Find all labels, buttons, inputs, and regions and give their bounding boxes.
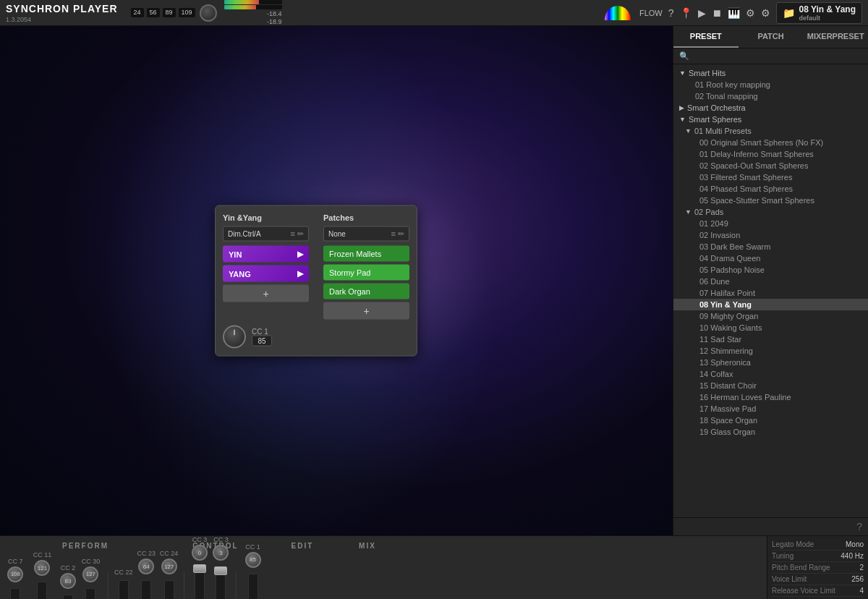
- tab-patch[interactable]: PATCH: [739, 26, 804, 48]
- fader-release: CC 23 64 Release: [135, 550, 156, 599]
- tree-item-tonal[interactable]: 02 Tonal mapping: [673, 90, 868, 102]
- patch-dark-organ[interactable]: Dark Organ: [323, 284, 409, 300]
- settings-icon[interactable]: ⚙: [761, 7, 770, 19]
- arrow-smart-spheres: ▼: [679, 116, 686, 123]
- tab-mixerpreset[interactable]: MIXERPRESET: [803, 26, 868, 48]
- fader-vel-xf: CC 2 83 Vel.XF: [59, 564, 77, 599]
- fader-thumb-mix-yang[interactable]: [214, 566, 227, 575]
- modal-dropdown-2[interactable]: None ≡ ✏: [323, 226, 409, 242]
- fader-knob-0[interactable]: 0: [192, 545, 208, 561]
- fader-knob-108[interactable]: 108: [7, 566, 23, 582]
- yang-arrow: ▶: [297, 269, 303, 279]
- patch-frozen-mallets[interactable]: Frozen Mallets: [323, 246, 409, 262]
- tree-item-invasion[interactable]: 02 Invasion: [673, 229, 868, 241]
- add-patch-button[interactable]: +: [323, 302, 409, 320]
- tree-item-herman[interactable]: 16 Herman Loves Pauline: [673, 391, 868, 403]
- tree-item-sad[interactable]: 11 Sad Star: [673, 334, 868, 345]
- tree-item-space-stutter[interactable]: 05 Space-Stutter Smart Spheres: [673, 195, 868, 206]
- tree-item-dark-bee[interactable]: 03 Dark Bee Swarm: [673, 241, 868, 252]
- tree-item-massive[interactable]: 17 Massive Pad: [673, 403, 868, 415]
- modal-dropdown-1[interactable]: Dim.Ctrl/A ≡ ✏: [223, 226, 309, 242]
- tree-group-smart-spheres[interactable]: ▼ Smart Spheres: [673, 114, 868, 125]
- tree-item-padshop[interactable]: 05 Padshop Noise: [673, 264, 868, 276]
- tree-item-spaced[interactable]: 02 Spaced-Out Smart Spheres: [673, 160, 868, 171]
- tuning-label: Tuning: [772, 552, 793, 560]
- info-row-pitch-bend: Pitch Bend Range 2: [772, 562, 864, 574]
- fader-knob-3[interactable]: 3: [213, 545, 229, 561]
- search-icon: 🔍: [679, 51, 689, 61]
- mix-label: MIX: [339, 542, 396, 550]
- cpu-icon[interactable]: ⚙: [746, 7, 755, 19]
- tree-item-glass[interactable]: 19 Glass Organ: [673, 426, 868, 438]
- play-icon[interactable]: ▶: [698, 7, 706, 19]
- tree-item-shimmering[interactable]: 12 Shimmering: [673, 345, 868, 357]
- fader-mix-yang: CC 3 3 MixYangSend/1: [212, 536, 230, 599]
- right-panel: PRESET PATCH MIXERPRESET 🔍 ▼ Smart Hits …: [673, 26, 868, 535]
- pitch-bend-val: 2: [859, 564, 864, 572]
- fader-cc-24: CC 24: [160, 550, 179, 557]
- cc1-knob[interactable]: [223, 326, 246, 349]
- fader-dim-ctrl: CC 1 85 Dim.CtrlA: [242, 543, 263, 599]
- info-panel: Legato Mode Mono Tuning 440 Hz Pitch Ben…: [767, 536, 868, 599]
- faders-row: CC 7 108 MasterVolume CC 11 121 Expressi…: [6, 557, 761, 599]
- fader-knob-127[interactable]: 127: [82, 566, 98, 582]
- tree-sub-pads[interactable]: ▼ 02 Pads: [673, 206, 868, 218]
- tree-item-halifax[interactable]: 07 Halifax Point: [673, 287, 868, 299]
- tree-item-delay[interactable]: 01 Delay-Inferno Smart Spheres: [673, 148, 868, 160]
- fader-knob-64[interactable]: 64: [138, 558, 154, 574]
- tempo-knob[interactable]: [200, 4, 217, 22]
- panel-help-icon[interactable]: ?: [856, 521, 862, 532]
- tree-item-colfax[interactable]: 14 Colfax: [673, 368, 868, 380]
- patch-stormy-pad[interactable]: Stormy Pad: [323, 265, 409, 281]
- tree-item-original[interactable]: 00 Original Smart Spheres (No FX): [673, 137, 868, 148]
- tree-item-waking[interactable]: 10 Waking Giants: [673, 322, 868, 334]
- fader-cc-3b: CC 3: [213, 536, 229, 543]
- fader-knob-85[interactable]: 85: [245, 552, 261, 568]
- tab-preset[interactable]: PRESET: [673, 26, 739, 48]
- tree-item-mighty[interactable]: 09 Mighty Organ: [673, 310, 868, 322]
- fader-dynamic-compr: CC 30 127 DynamicCompr.: [80, 558, 102, 599]
- add-layer-button[interactable]: +: [223, 285, 309, 302]
- fader-cc-1: CC 1: [245, 543, 260, 551]
- preset-area: 📁 08 Yin & Yang default: [776, 2, 862, 24]
- app-version: 1.3.2054: [6, 16, 118, 23]
- smart-orchestra-label: Smart Orchestra: [687, 103, 746, 112]
- tree-item-yin-yang[interactable]: 08 Yin & Yang: [673, 299, 868, 310]
- fader-expression: CC 11 121 Expression ⏻: [28, 551, 57, 599]
- tree-item-2049[interactable]: 01 2049: [673, 218, 868, 229]
- tree-item-spheronica[interactable]: 13 Spheronica: [673, 357, 868, 368]
- tree-item-drama[interactable]: 04 Drama Queen: [673, 252, 868, 264]
- fader-knob-121[interactable]: 121: [34, 560, 50, 576]
- fader-knob-83[interactable]: 83: [60, 573, 76, 589]
- midi-icon[interactable]: 🎹: [728, 7, 740, 19]
- fader-knob-127b[interactable]: 127: [161, 558, 177, 574]
- fader-track-expr: [37, 582, 47, 599]
- db-top: -18.4: [267, 10, 282, 17]
- tree-group-smart-hits[interactable]: ▼ Smart Hits: [673, 67, 868, 79]
- yin-button[interactable]: YIN ▶: [223, 246, 309, 263]
- edit-label: EDIT: [266, 542, 339, 550]
- tree-item-filtered[interactable]: 03 Filtered Smart Spheres: [673, 171, 868, 183]
- modal-knob-section: CC 1 85: [223, 326, 409, 349]
- fader-thumb-mix-yin[interactable]: [193, 564, 206, 573]
- rainbow-icon: [605, 6, 631, 20]
- help-icon[interactable]: ?: [668, 7, 674, 19]
- tree-group-smart-orchestra[interactable]: ▶ Smart Orchestra: [673, 102, 868, 114]
- tree-item-space-organ[interactable]: 18 Space Organ: [673, 415, 868, 426]
- tree-item-distant[interactable]: 15 Distant Choir: [673, 380, 868, 391]
- preset-tree: ▼ Smart Hits 01 Root key mapping 02 Tona…: [673, 64, 868, 517]
- search-input[interactable]: [692, 52, 862, 61]
- dropdown-icons: ≡ ✏: [291, 229, 304, 239]
- tree-item-phased[interactable]: 04 Phased Smart Spheres: [673, 183, 868, 195]
- tree-sub-multi-presets[interactable]: ▼ 01 Multi Presets: [673, 125, 868, 137]
- location-icon[interactable]: 📍: [680, 7, 692, 19]
- transport-num-4: 109: [179, 8, 195, 17]
- arrow-pads: ▼: [685, 208, 692, 216]
- tree-item-dune[interactable]: 06 Dune: [673, 276, 868, 287]
- yang-button[interactable]: YANG ▶: [223, 265, 309, 282]
- stop-icon[interactable]: ⏹: [712, 7, 722, 19]
- fader-filter: CC 24 127 Filter: [160, 550, 179, 599]
- pitch-bend-label: Pitch Bend Range: [772, 564, 830, 572]
- fader-master-volume: CC 7 108 MasterVolume: [6, 558, 25, 599]
- tree-item-root-key[interactable]: 01 Root key mapping: [673, 79, 868, 90]
